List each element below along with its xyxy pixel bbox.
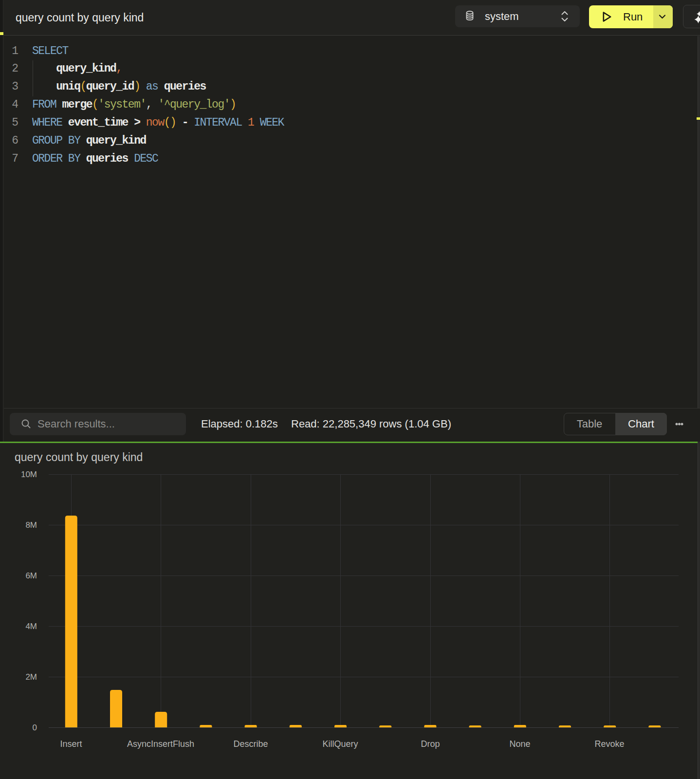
svg-text:6M: 6M (25, 571, 37, 580)
svg-text:4M: 4M (25, 622, 37, 631)
svg-text:query count by query kind: query count by query kind (15, 451, 143, 464)
svg-text:10M: 10M (21, 470, 37, 479)
svg-text:Insert: Insert (60, 739, 82, 749)
svg-text:Revoke: Revoke (594, 739, 624, 749)
svg-text:AsyncInsertFlush: AsyncInsertFlush (127, 739, 194, 749)
svg-text:Drop: Drop (421, 739, 440, 749)
svg-text:None: None (509, 739, 530, 749)
svg-text:0: 0 (33, 723, 37, 732)
svg-text:2M: 2M (25, 672, 37, 682)
svg-text:Describe: Describe (233, 739, 268, 749)
svg-text:8M: 8M (25, 520, 37, 530)
svg-text:KillQuery: KillQuery (322, 739, 358, 749)
